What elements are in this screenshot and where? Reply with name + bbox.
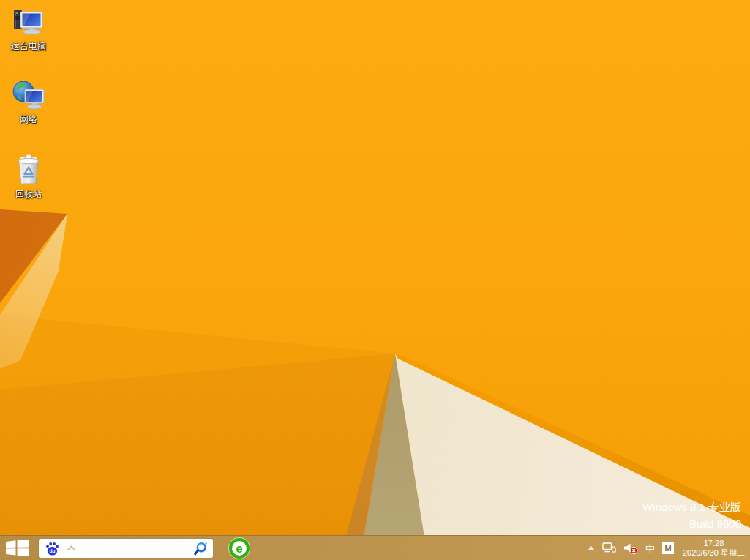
clock-time: 17:28 <box>704 539 724 548</box>
taskbar: du e <box>0 535 750 560</box>
ime-mode-badge[interactable]: M <box>662 542 674 554</box>
search-magnifier-icon[interactable] <box>192 541 208 556</box>
taskbar-clock[interactable]: 17:28 2020/6/30 星期二 <box>681 539 745 558</box>
windows-desktop: Windows 8.1 专业版 Build 9600 这台电脑 <box>0 0 750 560</box>
start-button[interactable] <box>0 536 34 560</box>
taskbar-search-input[interactable] <box>76 541 192 556</box>
desktop-icon-this-pc[interactable]: 这台电脑 <box>4 6 53 53</box>
baidu-paw-icon: du <box>45 541 60 556</box>
recycle-bin-icon <box>12 154 45 186</box>
wallpaper <box>0 0 750 560</box>
build-watermark: Windows 8.1 专业版 Build 9600 <box>642 499 741 532</box>
watermark-edition: Windows 8.1 专业版 <box>642 499 741 515</box>
desktop-icon-network[interactable]: 网络 <box>4 79 53 126</box>
this-pc-icon <box>12 6 45 38</box>
green-e-browser-button[interactable]: e <box>229 538 250 559</box>
watermark-build: Build 9600 <box>642 515 741 532</box>
desktop-icon-label: 回收站 <box>15 188 42 201</box>
desktop-icon-label: 这台电脑 <box>11 40 46 53</box>
desktop-icon-recycle-bin[interactable]: 回收站 <box>4 154 53 201</box>
network-icon <box>12 79 45 111</box>
taskbar-search-box: du <box>39 539 213 558</box>
green-e-glyph: e <box>236 542 242 555</box>
network-tray-icon[interactable] <box>602 542 616 554</box>
system-tray: 中 M 17:28 2020/6/30 星期二 <box>588 536 750 560</box>
show-hidden-icons-button[interactable] <box>588 546 595 550</box>
clock-date: 2020/6/30 星期二 <box>683 548 745 558</box>
baidu-paw-text: du <box>50 548 56 553</box>
desktop-icon-label: 网络 <box>20 113 37 126</box>
windows-logo-icon <box>6 540 29 556</box>
volume-muted-icon[interactable] <box>623 542 638 555</box>
chevron-up-icon[interactable] <box>67 545 76 551</box>
ime-language-indicator[interactable]: 中 <box>645 544 655 553</box>
